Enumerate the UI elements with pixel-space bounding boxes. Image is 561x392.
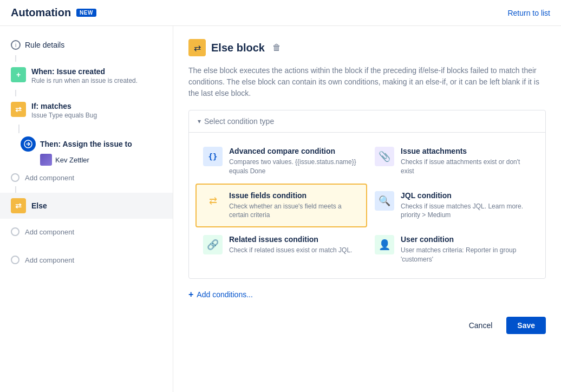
when-content: When: Issue created Rule is run when an … — [31, 67, 138, 84]
sidebar: i Rule details + When: Issue created Rul… — [0, 26, 173, 392]
when-subtitle: Rule is run when an issue is created. — [31, 77, 138, 84]
then-title: Then: Assign the issue to — [40, 140, 132, 148]
delete-icon[interactable]: 🗑 — [272, 43, 281, 53]
jql-info: JQL condition Checks if issue matches JQ… — [401, 191, 531, 220]
sidebar-rule-details[interactable]: i Rule details — [0, 35, 173, 55]
connector-2 — [15, 90, 16, 96]
content-description: The else block executes the actions with… — [188, 65, 546, 99]
jql-title: JQL condition — [401, 191, 531, 200]
if-content: If: matches Issue Type equals Bug — [31, 102, 97, 119]
add-conditions-plus-icon: + — [188, 290, 193, 299]
issue-fields-icon: ⇄ — [203, 191, 223, 211]
issue-attachments-info: Issue attachments Checks if issue attach… — [401, 147, 531, 176]
if-icon: ⇄ — [11, 102, 26, 117]
connector-1 — [15, 55, 16, 62]
user-condition-icon: 👤 — [375, 235, 394, 254]
add-component-dot-1 — [11, 173, 19, 182]
issue-attachments-icon: 📎 — [375, 147, 394, 166]
condition-card-advanced-compare[interactable]: {} Advanced compare condition Compares t… — [195, 139, 367, 184]
sidebar-item-else[interactable]: ⇄ Else — [0, 193, 173, 219]
issue-fields-desc: Check whether an issue's field meets a c… — [229, 202, 360, 220]
when-icon: + — [11, 67, 26, 82]
rule-details-icon: i — [11, 40, 21, 50]
related-issues-icon: 🔗 — [203, 235, 223, 254]
advanced-compare-info: Advanced compare condition Compares two … — [229, 147, 360, 176]
add-conditions-row[interactable]: + Add conditions... — [188, 290, 546, 299]
content-header: ⇄ Else block 🗑 — [188, 39, 546, 56]
then-header: Then: Assign the issue to — [21, 136, 173, 152]
add-component-3-label[interactable]: Add component — [25, 256, 74, 264]
condition-card-issue-attachments[interactable]: 📎 Issue attachments Checks if issue atta… — [367, 139, 539, 184]
connector-3 — [18, 125, 19, 133]
save-button[interactable]: Save — [506, 317, 546, 334]
user-condition-title: User condition — [401, 235, 531, 244]
condition-card-user[interactable]: 👤 User condition User matches criteria: … — [367, 227, 539, 272]
sidebar-item-if[interactable]: ⇄ If: matches Issue Type equals Bug — [0, 96, 173, 125]
related-issues-info: Related issues condition Check if relate… — [229, 235, 352, 255]
else-header: ⇄ Else — [11, 198, 162, 213]
if-header: ⇄ If: matches Issue Type equals Bug — [11, 102, 162, 119]
add-conditions-label: Add conditions... — [197, 290, 253, 299]
connector-4 — [15, 186, 16, 193]
avatar — [40, 154, 52, 166]
issue-attachments-title: Issue attachments — [401, 147, 531, 155]
condition-card-jql[interactable]: 🔍 JQL condition Checks if issue matches … — [367, 184, 539, 228]
advanced-compare-title: Advanced compare condition — [229, 147, 360, 155]
content-area: ⇄ Else block 🗑 The else block executes t… — [173, 26, 561, 392]
then-icon — [21, 136, 36, 152]
avatar-name: Kev Zettler — [55, 156, 89, 164]
user-condition-desc: User matches criteria: Reporter in group… — [401, 246, 531, 264]
chevron-down-icon: ▾ — [198, 117, 201, 125]
footer-actions: Cancel Save — [188, 312, 546, 334]
add-component-1-row: Add component — [0, 169, 173, 186]
add-component-dot-2 — [11, 227, 19, 236]
when-header: + When: Issue created Rule is run when a… — [11, 67, 162, 84]
sidebar-item-when[interactable]: + When: Issue created Rule is run when a… — [0, 62, 173, 90]
rule-details-label: Rule details — [25, 41, 64, 49]
when-title: When: Issue created — [31, 67, 138, 76]
condition-panel-header[interactable]: ▾ Select condition type — [189, 110, 545, 133]
else-title: Else — [31, 201, 47, 210]
add-component-2-row: Add component — [0, 223, 173, 240]
app-title: Automation — [11, 6, 71, 19]
condition-card-issue-fields[interactable]: ⇄ Issue fields condition Check whether a… — [195, 184, 367, 228]
content-header-icon: ⇄ — [188, 39, 206, 56]
content-title: Else block — [211, 42, 265, 54]
if-subtitle: Issue Type equals Bug — [31, 112, 97, 119]
jql-desc: Checks if issue matches JQL. Learn more.… — [401, 202, 531, 220]
jql-icon: 🔍 — [375, 191, 394, 211]
issue-fields-title: Issue fields condition — [229, 191, 360, 200]
if-title: If: matches — [31, 102, 97, 110]
return-to-list-link[interactable]: Return to list — [507, 9, 550, 17]
condition-grid: {} Advanced compare condition Compares t… — [189, 133, 545, 278]
issue-fields-info: Issue fields condition Check whether an … — [229, 191, 360, 220]
advanced-compare-icon: {} — [203, 147, 223, 166]
condition-card-related-issues[interactable]: 🔗 Related issues condition Check if rela… — [195, 227, 367, 272]
sidebar-item-then[interactable]: Then: Assign the issue to Kev Zettler — [21, 133, 173, 169]
related-issues-desc: Check if related issues exist or match J… — [229, 246, 352, 255]
select-condition-label: Select condition type — [204, 117, 274, 126]
cancel-button[interactable]: Cancel — [460, 317, 501, 334]
app-header: Automation NEW Return to list — [0, 0, 561, 26]
add-component-1-label[interactable]: Add component — [25, 174, 74, 182]
then-avatar-row: Kev Zettler — [40, 154, 173, 166]
condition-panel: ▾ Select condition type {} Advanced comp… — [188, 110, 546, 279]
new-badge: NEW — [76, 9, 96, 17]
add-component-2-label[interactable]: Add component — [25, 228, 74, 236]
advanced-compare-desc: Compares two values. {{issue.status.name… — [229, 158, 360, 176]
else-icon: ⇄ — [11, 198, 26, 213]
related-issues-title: Related issues condition — [229, 235, 352, 244]
issue-attachments-desc: Checks if issue attachments exist or don… — [401, 158, 531, 176]
user-condition-info: User condition User matches criteria: Re… — [401, 235, 531, 264]
main-layout: i Rule details + When: Issue created Rul… — [0, 26, 561, 392]
add-component-dot-3 — [11, 256, 19, 264]
header-left: Automation NEW — [11, 6, 96, 19]
add-component-3-row: Add component — [0, 251, 173, 269]
